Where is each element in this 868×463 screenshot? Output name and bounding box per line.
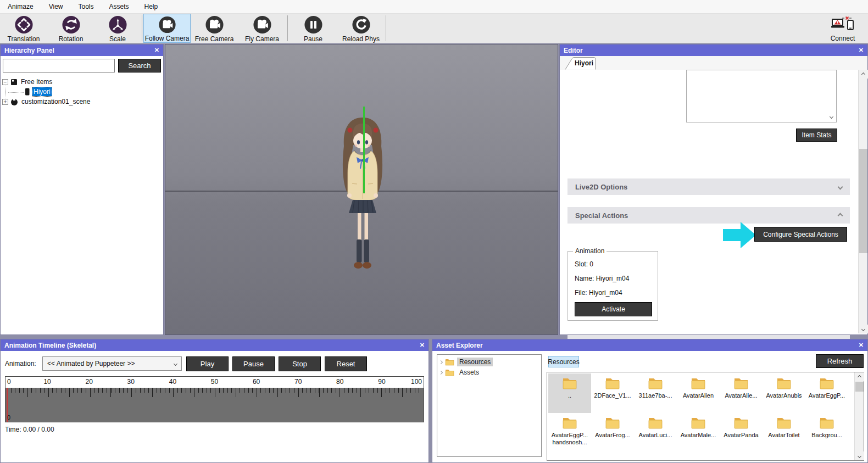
folder-icon <box>647 376 664 391</box>
folder-item[interactable]: AvatarPanda <box>720 413 763 453</box>
timeline-track[interactable]: 0 <box>5 388 424 422</box>
menu-tools[interactable]: Tools <box>70 0 101 14</box>
folder-item[interactable]: 311ae7ba-... <box>634 373 677 413</box>
chevron-right-icon[interactable] <box>439 370 443 374</box>
chevron-right-icon[interactable] <box>439 360 443 364</box>
time-readout: Time: 0.00 / 0.00 <box>5 426 54 433</box>
refresh-button[interactable]: Refresh <box>816 354 864 368</box>
folder-item[interactable]: AvatarEggP... handsnosh... <box>548 413 591 453</box>
editor-scrollbar[interactable] <box>858 70 867 333</box>
follow-camera-label: Follow Camera <box>145 35 190 42</box>
reload-phys-label: Reload Phys <box>342 35 380 43</box>
folder-item[interactable]: AvatarEggP... <box>805 373 848 413</box>
folder-label: AvatarAnubis <box>766 392 802 399</box>
folder-item[interactable]: .. <box>548 373 591 413</box>
close-icon[interactable]: ✕ <box>420 342 425 349</box>
editor-panel-title: Editor <box>564 47 583 54</box>
fly-camera-button[interactable]: Fly Camera <box>238 14 286 43</box>
folder-item[interactable]: AvatarLuci... <box>634 413 677 453</box>
folder-item[interactable]: AvatarAlie... <box>720 373 763 413</box>
rotation-button[interactable]: Rotation <box>47 14 94 43</box>
y-axis-gizmo[interactable] <box>363 107 365 193</box>
activate-button[interactable]: Activate <box>575 302 652 316</box>
menu-assets[interactable]: Assets <box>102 0 137 14</box>
translation-button[interactable]: Translation <box>0 14 47 43</box>
timeline-ruler[interactable]: 0 10 20 30 40 50 60 70 80 90 100 0 <box>5 376 424 422</box>
description-listbox[interactable] <box>686 70 837 122</box>
collapse-icon[interactable]: − <box>2 79 8 85</box>
scrollbar-thumb[interactable] <box>859 149 867 253</box>
stop-button[interactable]: Stop <box>279 356 321 371</box>
search-button[interactable]: Search <box>118 59 161 72</box>
timeline-panel-titlebar: Animation Timeline (Skeletal) ✕ <box>1 339 429 351</box>
pause-label: Pause <box>304 35 322 43</box>
tree-item-free-items[interactable]: − Free Items <box>2 77 53 86</box>
scroll-down-icon[interactable] <box>859 325 868 333</box>
close-icon[interactable]: ✕ <box>859 342 864 349</box>
rotation-label: Rotation <box>59 35 84 43</box>
tab-resources[interactable]: Resources <box>548 356 579 367</box>
ruler-tick-label: 90 <box>378 378 385 386</box>
ruler-tick-label: 40 <box>169 378 176 386</box>
folder-item[interactable]: AvatarAlien <box>677 373 720 413</box>
chevron-down-icon <box>174 361 177 365</box>
folder-label: AvatarEggP... handsnosh... <box>549 432 591 446</box>
tree-item-hiyori[interactable]: Hiyori <box>24 87 52 96</box>
section-live2d-options[interactable]: Live2D Options <box>567 178 850 195</box>
tree-item-customization01-scene[interactable]: + customization01_scene <box>2 97 91 106</box>
folder-item[interactable]: AvatarAnubis <box>763 373 805 413</box>
free-items-icon <box>10 79 18 86</box>
menu-animaze[interactable]: Animaze <box>0 0 41 14</box>
animaze-window: Animaze View Tools Assets Help Translati… <box>0 0 868 463</box>
ruler-tick-label: 50 <box>211 378 218 386</box>
folder-item[interactable]: 2DFace_V1... <box>591 373 634 413</box>
scale-button[interactable]: Scale <box>94 14 141 43</box>
expand-icon[interactable]: + <box>2 99 8 105</box>
section-special-actions[interactable]: Special Actions <box>567 207 850 224</box>
pause-button[interactable]: Pause <box>289 14 337 43</box>
item-stats-button[interactable]: Item Stats <box>796 129 837 142</box>
folder-item[interactable]: Backgrou... <box>805 413 848 453</box>
editor-panel: Editor ✕ Hiyori Item Stats Live2D Option… <box>559 44 868 335</box>
scroll-up-icon[interactable] <box>859 70 868 79</box>
hiyori-character[interactable] <box>328 112 397 272</box>
close-icon[interactable]: ✕ <box>859 47 864 54</box>
search-input[interactable] <box>3 59 115 72</box>
asset-tree-item-assets[interactable]: Assets <box>439 367 481 377</box>
menu-help[interactable]: Help <box>137 0 166 14</box>
scene-viewport[interactable] <box>165 44 558 335</box>
timeline-panel-title: Animation Timeline (Skeletal) <box>4 342 96 349</box>
connect-icon <box>831 15 854 34</box>
asset-tree-item-resources[interactable]: Resources <box>439 357 493 367</box>
chevron-up-icon <box>838 213 843 218</box>
menu-view[interactable]: View <box>41 0 71 14</box>
asset-explorer-panel: Asset Explorer ✕ Resources Assets <box>432 339 868 463</box>
asset-grid-scrollbar[interactable] <box>854 372 864 460</box>
section-label: Special Actions <box>575 211 628 220</box>
play-button[interactable]: Play <box>186 356 229 371</box>
chevron-down-icon[interactable] <box>830 115 833 119</box>
connect-label: Connect <box>831 35 855 42</box>
asset-explorer-titlebar: Asset Explorer ✕ <box>432 339 867 351</box>
scroll-down-icon[interactable] <box>855 451 864 460</box>
folder-icon <box>604 376 621 391</box>
ruler-tick-label: 60 <box>253 378 260 386</box>
reset-button[interactable]: Reset <box>325 356 367 371</box>
folder-item[interactable]: AvatarToilet <box>763 413 805 453</box>
editor-panel-titlebar: Editor ✕ <box>560 44 867 56</box>
folder-label: AvatarToilet <box>768 432 799 439</box>
connect-button[interactable]: Connect <box>817 14 868 43</box>
folder-icon <box>819 416 835 431</box>
animation-select[interactable]: << Animated by Puppeteer >> <box>42 356 182 371</box>
scrollbar-thumb[interactable] <box>855 382 864 392</box>
free-camera-button[interactable]: Free Camera <box>191 14 238 43</box>
folder-item[interactable]: AvatarFrog... <box>591 413 634 453</box>
follow-camera-button[interactable]: Follow Camera <box>143 14 191 43</box>
close-icon[interactable]: ✕ <box>154 47 159 54</box>
pause-button[interactable]: Pause <box>232 356 275 371</box>
scroll-up-icon[interactable] <box>855 372 864 381</box>
folder-item[interactable]: AvatarMale... <box>677 413 720 453</box>
reload-phys-button[interactable]: Reload Phys <box>337 14 385 43</box>
configure-special-actions-button[interactable]: Configure Special Actions <box>754 227 847 242</box>
tab-hiyori[interactable]: Hiyori <box>564 57 597 70</box>
